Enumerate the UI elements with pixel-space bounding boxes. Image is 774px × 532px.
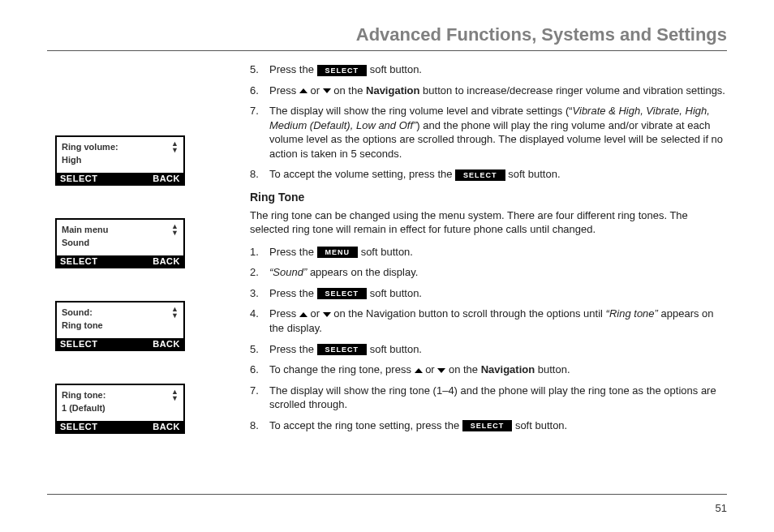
updown-icon: ▲▼: [171, 388, 178, 401]
screen-line1: Ring tone:: [62, 390, 105, 400]
softkey-back: BACK: [120, 338, 183, 350]
softkey-select: SELECT: [57, 173, 120, 184]
step-8b: 8. To accept the ring tone setting, pres…: [250, 418, 727, 433]
screen-line1: Main menu: [62, 225, 108, 234]
softkey-select: SELECT: [57, 338, 120, 350]
page-title: Advanced Functions, Systems and Settings: [47, 24, 727, 45]
select-softbutton-icon: SELECT: [317, 65, 368, 76]
main-text: 5. Press the SELECT soft button. 6. Pres…: [250, 62, 727, 466]
step-1: 1. Press the MENU soft button.: [250, 245, 727, 260]
screen-line2: Ring tone: [62, 320, 178, 330]
ring-tone-heading: Ring Tone: [250, 190, 727, 205]
step-7: 7. The display will show the ring volume…: [250, 104, 727, 161]
step-6: 6. Press or on the Navigation button to …: [250, 84, 727, 98]
phone-screen-ring-tone: Ring tone: ▲▼ 1 (Default) SELECT BACK: [55, 384, 185, 434]
step-8: 8. To accept the volume setting, press t…: [250, 167, 727, 182]
softkey-back: BACK: [120, 173, 183, 184]
sidebar: Ring volume: ▲▼ High SELECT BACK Main me…: [47, 62, 250, 466]
select-softbutton-icon: SELECT: [317, 288, 368, 299]
updown-icon: ▲▼: [171, 223, 178, 236]
screen-line2: Sound: [62, 238, 178, 247]
updown-icon: ▲▼: [171, 140, 178, 153]
arrow-up-icon: [415, 368, 423, 373]
step-6b: 6. To change the ring tone, press or on …: [250, 363, 727, 377]
softkey-select: SELECT: [57, 421, 120, 432]
footer-rule: [47, 494, 727, 495]
softkey-back: BACK: [120, 255, 183, 267]
select-softbutton-icon: SELECT: [317, 344, 368, 355]
softkey-select: SELECT: [57, 255, 120, 267]
step-4: 4. Press or on the Navigation button to …: [250, 307, 727, 335]
phone-screen-sound: Sound: ▲▼ Ring tone SELECT BACK: [55, 301, 185, 351]
step-list-2: 1. Press the MENU soft button. 2. “Sound…: [250, 245, 727, 432]
step-7b: 7. The display will show the ring tone (…: [250, 384, 727, 412]
arrow-up-icon: [299, 312, 307, 317]
menu-softbutton-icon: MENU: [317, 247, 359, 258]
step-5b: 5. Press the SELECT soft button.: [250, 342, 727, 357]
ring-tone-intro: The ring tone can be changed using the m…: [250, 208, 727, 237]
page-number: 51: [716, 502, 727, 514]
header-rule: [47, 50, 727, 51]
arrow-up-icon: [299, 88, 307, 93]
select-softbutton-icon: SELECT: [455, 169, 505, 181]
select-softbutton-icon: SELECT: [462, 420, 513, 431]
screen-line1: Ring volume:: [62, 142, 118, 152]
arrow-down-icon: [323, 88, 331, 93]
screen-line2: High: [62, 155, 178, 165]
softkey-back: BACK: [120, 421, 183, 432]
screen-line1: Sound:: [62, 307, 92, 317]
arrow-down-icon: [437, 368, 445, 373]
step-list-1: 5. Press the SELECT soft button. 6. Pres…: [250, 62, 727, 182]
screen-line2: 1 (Default): [62, 403, 178, 413]
step-2: 2. “Sound” appears on the display.: [250, 265, 727, 280]
updown-icon: ▲▼: [171, 306, 178, 319]
phone-screen-main-menu: Main menu ▲▼ Sound SELECT BACK: [55, 218, 185, 268]
step-5: 5. Press the SELECT soft button.: [250, 62, 727, 77]
phone-screen-ring-volume: Ring volume: ▲▼ High SELECT BACK: [55, 135, 185, 186]
content-area: Ring volume: ▲▼ High SELECT BACK Main me…: [47, 62, 727, 466]
step-3: 3. Press the SELECT soft button.: [250, 286, 727, 301]
arrow-down-icon: [323, 312, 331, 317]
